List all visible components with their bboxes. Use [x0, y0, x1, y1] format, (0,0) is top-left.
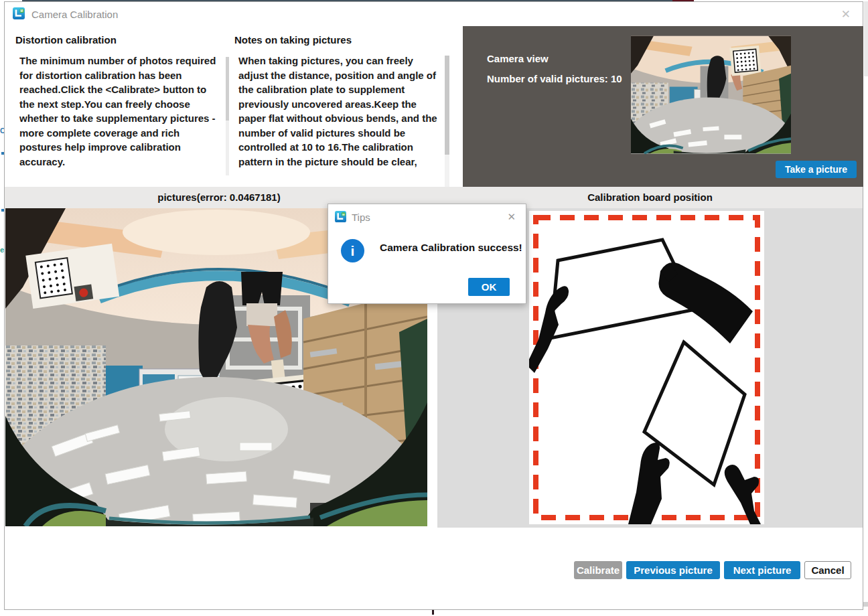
- notes-section: Notes on taking pictures When taking pic…: [234, 34, 449, 187]
- window-close-icon[interactable]: ✕: [837, 6, 855, 23]
- valid-pictures-count: Number of valid pictures: 10: [487, 73, 622, 84]
- notes-heading: Notes on taking pictures: [234, 34, 449, 46]
- tips-dialog-title: Tips: [352, 212, 370, 223]
- svg-text:M: M: [21, 9, 23, 13]
- calibrate-button[interactable]: Calibrate: [574, 561, 622, 579]
- background-artifact: [864, 1, 868, 76]
- cancel-button[interactable]: Cancel: [804, 561, 851, 579]
- camera-live-thumbnail: [631, 35, 791, 154]
- camera-view-panel: Camera view Number of valid pictures: 10: [463, 26, 863, 187]
- tips-app-icon: M: [335, 211, 346, 222]
- screen: C e M Camera Calibration ✕ Distortion ca…: [0, 0, 868, 616]
- board-position-panel: [529, 211, 764, 524]
- tips-message: Camera Calibration success!: [380, 242, 522, 254]
- ok-button[interactable]: OK: [468, 278, 510, 296]
- info-icon: i: [341, 239, 364, 262]
- tips-close-icon[interactable]: ✕: [504, 210, 519, 224]
- app-logo-icon: M: [13, 7, 25, 19]
- tips-dialog: M Tips ✕ i Camera Calibration success! O…: [328, 204, 526, 304]
- board-position-label: Calibration board position: [437, 191, 863, 203]
- notes-scrollbar[interactable]: [445, 56, 449, 187]
- distortion-calibration-section: Distortion calibration The minimum numbe…: [15, 34, 230, 173]
- previous-picture-button[interactable]: Previous picture: [626, 561, 720, 579]
- take-picture-button[interactable]: Take a picture: [776, 161, 857, 178]
- camera-calibration-window: M Camera Calibration ✕ Distortion calibr…: [4, 1, 863, 610]
- background-artifact: [863, 602, 868, 607]
- notes-body-text: When taking pictures, you can freely adj…: [238, 54, 441, 187]
- pictures-error-label: pictures(error: 0.0467181): [5, 191, 433, 203]
- window-title: Camera Calibration: [31, 9, 118, 20]
- next-picture-button[interactable]: Next picture: [724, 561, 800, 579]
- board-position-illustration: [529, 211, 764, 524]
- distortion-body-text: The minimum number of photos required fo…: [19, 54, 223, 173]
- distortion-scrollbar[interactable]: [226, 57, 229, 175]
- camera-view-label: Camera view: [487, 53, 549, 64]
- distortion-heading: Distortion calibration: [15, 34, 230, 46]
- svg-text:M: M: [342, 213, 345, 216]
